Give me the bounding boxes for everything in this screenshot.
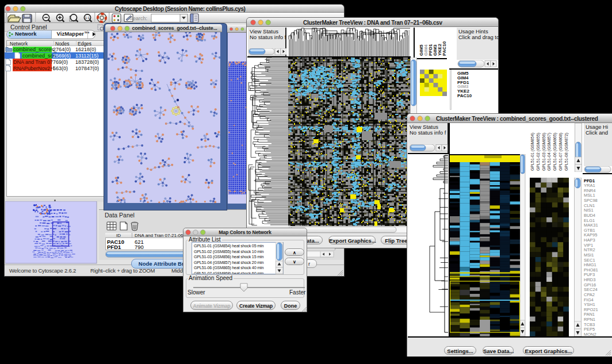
svg-text:Search:: Search: [129, 16, 147, 21]
svg-text:MON2: MON2 [584, 332, 596, 336]
svg-text:PAC10: PAC10 [442, 41, 447, 56]
svg-text:16218(0): 16218(0) [75, 47, 96, 52]
svg-text:combined_scores_: combined_scores_ [13, 47, 58, 52]
svg-text:GPL51-07 (GSM868) heat shock 6: GPL51-07 (GSM868) heat shock 60 min [194, 271, 263, 274]
svg-text:107847(0): 107847(0) [75, 66, 99, 71]
svg-text:GPL51-01 (GSM854) heat shock 0: GPL51-01 (GSM854) heat shock 05 min [194, 243, 263, 248]
svg-text:GPL51-03 (GSM856) heat shock 1: GPL51-03 (GSM856) heat shock 15 min [194, 254, 263, 259]
svg-text:769(0): 769(0) [53, 59, 68, 65]
svg-text:DNA and Tran 07: DNA and Tran 07 [13, 59, 53, 65]
svg-text:GPL51-07 (GSM868): GPL51-07 (GSM868) [559, 133, 563, 171]
svg-text:PAC10: PAC10 [457, 93, 472, 98]
svg-text:GPL51-03 (GSM856): GPL51-03 (GSM856) [542, 133, 546, 171]
svg-text:2764(0): 2764(0) [53, 47, 71, 52]
svg-text:GPL51-06 (GSM865) heat shock 4: GPL51-06 (GSM865) heat shock 40 min [194, 265, 263, 270]
svg-text:GPL51-02 (GSM855): GPL51-02 (GSM855) [536, 133, 541, 171]
svg-text:GPL51-08 (GSM872): GPL51-08 (GSM872) [564, 133, 569, 171]
svg-text:183728(0): 183728(0) [75, 59, 99, 65]
svg-text:RNAPuberNov2+l: RNAPuberNov2+l [13, 66, 54, 71]
svg-text:GPL51-01 (GSM854): GPL51-01 (GSM854) [530, 133, 535, 171]
svg-text:combined_sco: combined_sco [22, 53, 56, 59]
svg-text:563(0): 563(0) [53, 66, 68, 71]
svg-text:2569(6): 2569(6) [53, 53, 71, 59]
svg-text:GPL51-06 (GSM865): GPL51-06 (GSM865) [553, 133, 557, 171]
svg-text:13112(15): 13112(15) [75, 53, 98, 59]
svg-text:GPL51-02 (GSM855) heat shock 1: GPL51-02 (GSM855) heat shock 10 min [194, 249, 263, 254]
svg-text:GPL51-04 (GSM857): GPL51-04 (GSM857) [547, 133, 552, 171]
svg-text:GPL51-04 (GSM857) heat shock 2: GPL51-04 (GSM857) heat shock 20 min [194, 260, 263, 265]
